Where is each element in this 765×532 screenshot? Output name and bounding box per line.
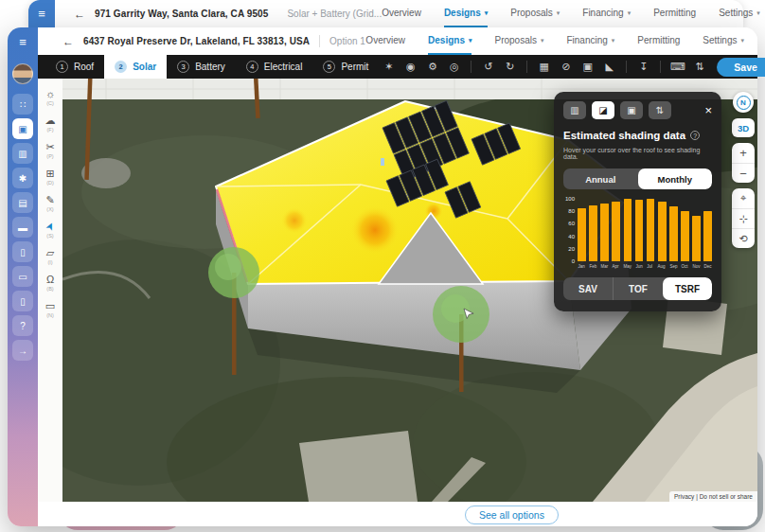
design-option-label: Option 1	[329, 36, 365, 46]
user-pin-button[interactable]: ◉	[400, 57, 420, 77]
nav-tab-proposals[interactable]: Proposals▾	[494, 27, 543, 55]
zoom-out-button[interactable]: −	[732, 163, 755, 183]
calculator-button[interactable]: ▦	[534, 57, 554, 77]
chevron-down-icon: ▾	[469, 37, 472, 44]
step-roof[interactable]: 1Roof	[45, 55, 104, 79]
sidebar-settings-button[interactable]: ✱	[12, 168, 33, 188]
metric-tof[interactable]: TOF	[613, 277, 663, 300]
history-button[interactable]: ⊘	[556, 57, 576, 77]
visibility-button[interactable]: ◎	[444, 57, 464, 77]
download-button[interactable]: ↧	[633, 57, 653, 77]
tool-irradiance[interactable]: ☼(C)	[45, 88, 55, 106]
transform-button[interactable]: ✶	[379, 57, 399, 77]
back-project-address: 971 Garrity Way, Santa Clara, CA 9505	[95, 9, 268, 19]
nav-tab-overview[interactable]: Overview	[365, 27, 405, 55]
bar-dec	[703, 211, 712, 261]
metric-tsrf[interactable]: TSRF	[663, 277, 712, 300]
avatar[interactable]	[12, 63, 33, 84]
sidebar-card-button[interactable]: ▭	[12, 266, 33, 287]
toggle-monthly[interactable]: Monthly	[638, 168, 713, 189]
grid-icon: ⊞	[45, 168, 54, 179]
see-all-options-button[interactable]: See all options	[465, 505, 559, 524]
tool-conduit[interactable]: Ω(B)	[46, 274, 54, 292]
step-solar[interactable]: 2Solar	[104, 55, 167, 79]
compass-button[interactable]: N	[733, 92, 754, 113]
chevron-down-icon: ▾	[628, 9, 632, 17]
tool-battery[interactable]: ▭(N)	[45, 300, 55, 318]
tab-heatmap[interactable]: ▣	[620, 101, 643, 119]
sidebar-presentation-button[interactable]: ▬	[12, 217, 33, 238]
3d-toggle-button[interactable]: 3D	[732, 118, 755, 137]
nav-tab-permitting[interactable]: Permitting	[637, 27, 680, 55]
toggle-annual[interactable]: Annual	[563, 168, 638, 189]
sidebar-logout-button[interactable]: →	[12, 340, 33, 361]
tab-adjust[interactable]: ⇅	[649, 101, 671, 119]
sidebar-files-button[interactable]: ▯	[12, 291, 33, 311]
save-button[interactable]: Save	[717, 58, 765, 77]
sidebar-team-button[interactable]: ▤	[12, 192, 33, 213]
measure-button[interactable]: ◣	[599, 57, 619, 77]
copy-button[interactable]: ▣	[578, 57, 597, 77]
sidebar-help-button[interactable]: ?	[12, 315, 33, 336]
tool-select[interactable]: ➤(S)	[45, 221, 54, 239]
sidebar-analytics-button[interactable]: ▥	[12, 143, 33, 164]
orbit-button[interactable]: ⟲	[732, 228, 755, 248]
sidebar-projects-button[interactable]: ▣	[12, 118, 33, 139]
tab-report[interactable]: ▥	[563, 101, 586, 119]
recenter-button[interactable]: ⌖	[732, 188, 755, 208]
nav-tab-overview[interactable]: Overview	[382, 0, 421, 27]
keyboard-button[interactable]: ⌨	[667, 57, 687, 77]
nav-tab-settings[interactable]: Settings▾	[719, 0, 760, 27]
cursor-icon: ➤	[44, 220, 58, 232]
zoom-in-button[interactable]: +	[732, 143, 755, 163]
x-tick: Sep	[669, 263, 677, 268]
tool-shortcut: (S)	[46, 233, 53, 239]
north-icon: N	[737, 96, 751, 110]
undo-button[interactable]: ↺	[478, 57, 498, 77]
close-icon[interactable]: ×	[704, 104, 712, 116]
design-editor-window: ≡ ∷▣▥✱▤▬▯▭▯?→ ← 6437 Royal Preserve Dr, …	[8, 27, 757, 526]
tool-array[interactable]: ⊞(D)	[45, 168, 54, 186]
menu-button[interactable]: ≡	[19, 34, 27, 51]
back-arrow-icon[interactable]: ←	[62, 35, 74, 48]
privacy-link[interactable]: Privacy | Do not sell or share	[669, 491, 757, 502]
design-canvas[interactable]: ▥◪▣⇅× Estimated shading data ? Hover you…	[62, 79, 757, 502]
step-electrical[interactable]: 4Electrical	[236, 55, 313, 79]
design-steps: 1Roof2Solar3Battery4Electrical5Permit	[45, 55, 379, 79]
sidebar-documents-button[interactable]: ▯	[12, 241, 33, 262]
nav-tab-settings[interactable]: Settings▾	[703, 27, 744, 55]
tool-section[interactable]: ▱(I)	[46, 247, 54, 265]
back-window-nav: OverviewDesigns▾Proposals▾Financing▾Perm…	[382, 0, 760, 27]
bar-nov	[692, 216, 701, 261]
step-label: Permit	[341, 62, 368, 72]
move-icon: ⊹	[738, 213, 747, 225]
tool-draw[interactable]: ✎(X)	[45, 194, 54, 212]
chevron-down-icon: ▾	[612, 37, 615, 44]
tool-weather[interactable]: ☁(F)	[45, 115, 56, 133]
y-tick: 20	[568, 246, 575, 252]
layers-settings-button[interactable]: ⇅	[689, 57, 709, 77]
nav-tab-designs[interactable]: Designs▾	[428, 27, 471, 55]
chart-y-axis: 100806040200	[563, 199, 578, 261]
nav-tab-designs[interactable]: Designs▾	[444, 0, 488, 27]
nav-tab-label: Overview	[382, 8, 421, 18]
metric-sav[interactable]: SAV	[563, 277, 613, 300]
step-permit[interactable]: 5Permit	[312, 55, 379, 79]
help-icon[interactable]: ?	[690, 131, 700, 140]
tab-shading[interactable]: ◪	[592, 101, 614, 119]
back-menu-button[interactable]: ≡	[28, 0, 55, 27]
sidebar-dashboard-button[interactable]: ∷	[12, 94, 33, 115]
nav-tab-proposals[interactable]: Proposals▾	[510, 0, 560, 27]
nav-tab-financing[interactable]: Financing▾	[566, 27, 614, 55]
logout-icon: →	[18, 346, 27, 356]
back-arrow-icon[interactable]: ←	[74, 8, 85, 21]
nav-tab-permitting[interactable]: Permitting	[653, 0, 696, 27]
step-number: 3	[177, 61, 189, 73]
nav-tab-financing[interactable]: Financing▾	[582, 0, 631, 27]
pan-button[interactable]: ⊹	[732, 208, 755, 228]
sliders-icon: ⇅	[695, 61, 703, 72]
step-battery[interactable]: 3Battery	[167, 55, 236, 79]
tool-panels[interactable]: ✂(P)	[45, 141, 54, 159]
redo-button[interactable]: ↻	[500, 57, 520, 77]
design-settings-button[interactable]: ⚙	[422, 57, 442, 77]
